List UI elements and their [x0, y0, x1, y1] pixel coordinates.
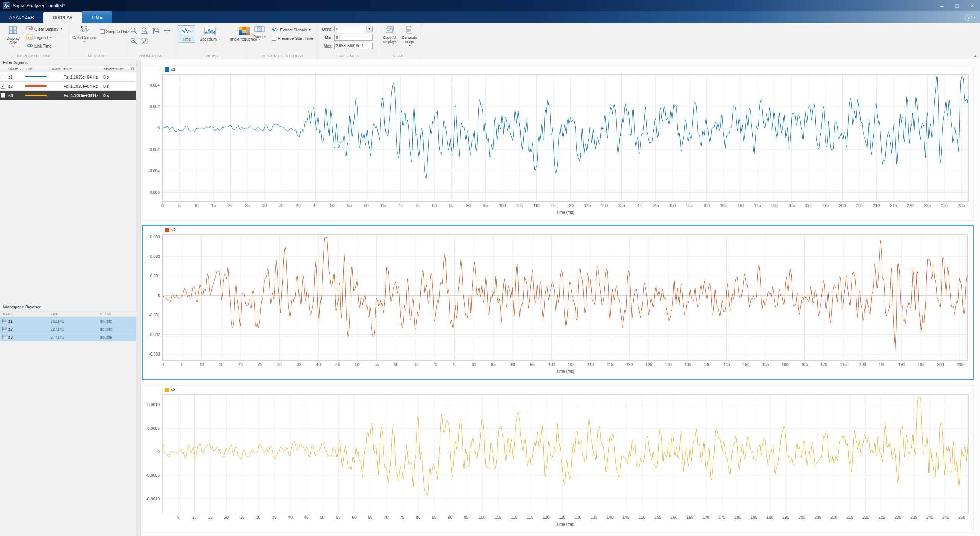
- copy-all-displays-label: Copy All Displays: [382, 36, 398, 44]
- sidebar-splitter[interactable]: [136, 59, 141, 536]
- svg-text:10: 10: [194, 203, 199, 208]
- section-share: Copy All Displays Generate Script ▼ SHAR…: [378, 23, 421, 59]
- display-grid-button[interactable]: Display Grid ▼: [2, 25, 24, 49]
- section-label-display-options: DISPLAY OPTIONS: [0, 54, 69, 58]
- svg-text:120: 120: [567, 203, 574, 208]
- plot-canvas-s1[interactable]: 0510152025303540455055606570758085909510…: [142, 66, 973, 220]
- svg-text:105: 105: [516, 203, 523, 208]
- svg-text:240: 240: [926, 515, 933, 520]
- preserve-start-time-checkbox[interactable]: Preserve Start Time: [270, 34, 314, 42]
- data-cursors-caret-icon: ▼: [83, 40, 85, 43]
- extract-signals-label: Extract Signals: [280, 28, 307, 32]
- link-time-button[interactable]: Link Time: [25, 42, 64, 49]
- svg-text:20: 20: [238, 362, 243, 367]
- workspace-row-s1[interactable]: s12621×1double: [0, 317, 136, 325]
- clear-display-button[interactable]: Clear Display ▼: [25, 25, 64, 33]
- display-panel-s1[interactable]: s1 0510152025303540455055606570758085909…: [142, 65, 974, 221]
- help-icon[interactable]: ?: [965, 14, 972, 21]
- svg-text:85: 85: [432, 515, 437, 520]
- workspace-row-s3[interactable]: s32771×1double: [0, 333, 136, 341]
- svg-text:125: 125: [559, 515, 566, 520]
- signal-checkbox-s1[interactable]: [1, 75, 5, 79]
- svg-text:35: 35: [272, 515, 276, 520]
- svg-text:190: 190: [898, 362, 905, 367]
- svg-text:55: 55: [336, 515, 340, 520]
- ws-col-class[interactable]: CLASS: [97, 312, 136, 316]
- legend-button[interactable]: Legend ▼: [25, 34, 64, 41]
- max-input[interactable]: [334, 43, 373, 49]
- svg-text:Time (ms): Time (ms): [556, 522, 574, 526]
- signal-checkbox-s3[interactable]: [1, 93, 5, 98]
- svg-text:155: 155: [654, 515, 661, 520]
- svg-text:165: 165: [801, 362, 808, 367]
- extract-signals-button[interactable]: Extract Signals ▼: [270, 26, 314, 33]
- col-name[interactable]: NAME ▲: [8, 67, 24, 71]
- generate-script-caret-icon: ▼: [408, 44, 411, 47]
- close-button[interactable]: ×: [965, 0, 980, 11]
- svg-text:85: 85: [449, 203, 454, 208]
- signal-row-s3[interactable]: s3Fs: 1.1025e+04 Hz0 s: [0, 91, 136, 100]
- section-measure: Data Cursors ▼ Snap to Data MEASURE: [69, 23, 126, 59]
- svg-text:40: 40: [316, 362, 321, 367]
- svg-text:220: 220: [907, 203, 914, 208]
- spectrum-view-button[interactable]: Spectrum▼: [196, 25, 224, 43]
- col-info[interactable]: INFO: [51, 67, 63, 71]
- copy-all-displays-button[interactable]: Copy All Displays: [381, 25, 399, 45]
- time-view-label: Time: [182, 37, 191, 41]
- snap-to-data-checkbox[interactable]: Snap to Data: [99, 28, 131, 35]
- zoom-x-axis-button[interactable]: [140, 26, 149, 35]
- generate-script-button[interactable]: Generate Script ▼: [401, 25, 419, 48]
- minimize-button[interactable]: –: [934, 0, 949, 11]
- data-cursors-icon: [79, 26, 89, 34]
- workspace-row-s2[interactable]: s22271×1double: [0, 325, 136, 333]
- tab-analyzer[interactable]: ANALYZER: [0, 11, 43, 23]
- signal-checkbox-s2[interactable]: [1, 84, 5, 89]
- svg-text:200: 200: [798, 515, 805, 520]
- tab-time[interactable]: TIME: [82, 11, 112, 23]
- signal-row-s1[interactable]: s1Fs: 1.1025e+04 Hz0 s: [0, 72, 136, 82]
- svg-text:170: 170: [703, 515, 710, 520]
- svg-text:40: 40: [296, 203, 301, 208]
- preserve-start-time-label: Preserve Start Time: [278, 36, 313, 41]
- display-panel-s2[interactable]: s2 0510152025303540455055606570758085909…: [142, 225, 974, 380]
- units-combo[interactable]: s ▼: [334, 26, 373, 32]
- svg-text:40: 40: [288, 515, 293, 520]
- table-settings-gear-icon[interactable]: ⚙: [128, 67, 136, 72]
- svg-text:0: 0: [162, 362, 164, 367]
- plot-canvas-s2[interactable]: 0510152025303540455055606570758085909510…: [143, 226, 973, 379]
- col-time[interactable]: TIME: [63, 67, 103, 71]
- data-cursors-button[interactable]: Data Cursors ▼: [71, 25, 97, 44]
- collapse-ribbon-icon[interactable]: ▲: [973, 54, 977, 57]
- svg-text:185: 185: [879, 362, 886, 367]
- col-line[interactable]: LINE: [24, 67, 51, 71]
- signal-analyzer-window: Signal Analyzer - untitled* – □ × ANALYZ…: [0, 0, 980, 536]
- plot-canvas-s3[interactable]: 5101520253035404550556065707580859095100…: [142, 386, 973, 532]
- svg-text:135: 135: [684, 362, 691, 367]
- svg-text:-0.001: -0.001: [149, 313, 160, 317]
- tab-display[interactable]: DISPLAY: [43, 12, 82, 23]
- svg-text:30: 30: [277, 362, 282, 367]
- fit-to-view-button[interactable]: [140, 36, 149, 46]
- svg-text:65: 65: [413, 362, 418, 367]
- ws-col-name[interactable]: NAME: [0, 312, 47, 316]
- copy-all-displays-icon: [385, 26, 394, 35]
- svg-text:20: 20: [224, 515, 229, 520]
- svg-text:0.002: 0.002: [150, 254, 160, 259]
- zoom-out-button[interactable]: [129, 36, 138, 46]
- help-caret-icon[interactable]: ▾: [974, 16, 975, 19]
- svg-text:250: 250: [959, 515, 965, 520]
- display-panel-s3[interactable]: s3 5101520253035404550556065707580859095…: [142, 385, 974, 533]
- maximize-button[interactable]: □: [949, 0, 965, 11]
- ws-col-size[interactable]: SIZE: [47, 312, 97, 316]
- filter-signals-table: NAME ▲ LINE INFO TIME START TIME ⚙ s1Fs:…: [0, 66, 136, 100]
- legend-swatch-s2: [165, 228, 169, 232]
- min-input[interactable]: [334, 34, 373, 41]
- time-view-button[interactable]: Time: [178, 25, 195, 43]
- panner-button[interactable]: Panner: [250, 25, 269, 40]
- zoom-in-button[interactable]: [129, 26, 138, 35]
- pan-button[interactable]: [162, 26, 172, 35]
- zoom-y-axis-button[interactable]: [151, 26, 160, 35]
- svg-text:60: 60: [364, 203, 369, 208]
- col-start-time[interactable]: START TIME: [103, 67, 128, 71]
- signal-row-s2[interactable]: s2Fs: 1.1025e+04 Hz0 s: [0, 82, 136, 91]
